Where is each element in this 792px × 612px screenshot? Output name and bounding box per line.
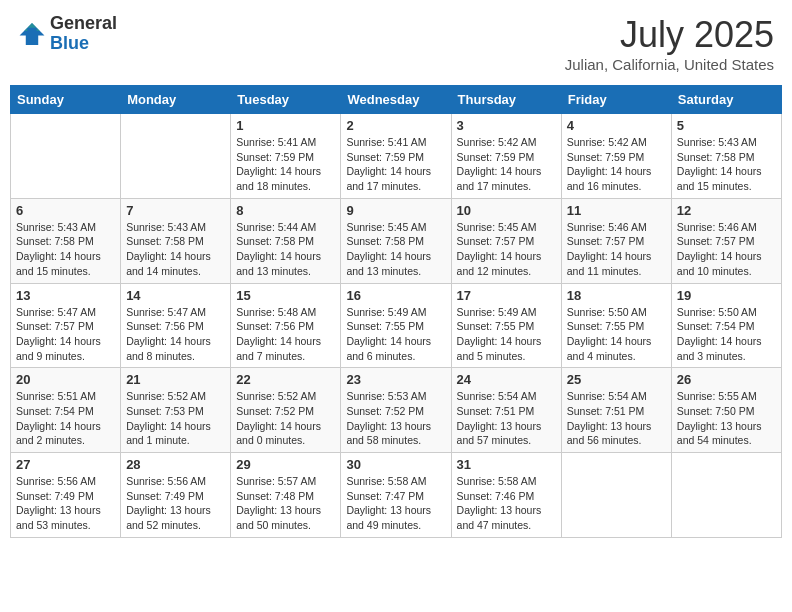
- day-number: 29: [236, 457, 335, 472]
- calendar-cell: 30Sunrise: 5:58 AM Sunset: 7:47 PM Dayli…: [341, 453, 451, 538]
- calendar-cell: [11, 114, 121, 199]
- day-info: Sunrise: 5:49 AM Sunset: 7:55 PM Dayligh…: [457, 305, 556, 364]
- day-info: Sunrise: 5:47 AM Sunset: 7:57 PM Dayligh…: [16, 305, 115, 364]
- day-number: 9: [346, 203, 445, 218]
- weekday-header-thursday: Thursday: [451, 86, 561, 114]
- day-info: Sunrise: 5:52 AM Sunset: 7:52 PM Dayligh…: [236, 389, 335, 448]
- calendar-cell: 6Sunrise: 5:43 AM Sunset: 7:58 PM Daylig…: [11, 198, 121, 283]
- day-info: Sunrise: 5:41 AM Sunset: 7:59 PM Dayligh…: [236, 135, 335, 194]
- day-number: 3: [457, 118, 556, 133]
- day-number: 22: [236, 372, 335, 387]
- calendar-cell: 10Sunrise: 5:45 AM Sunset: 7:57 PM Dayli…: [451, 198, 561, 283]
- page-header: General Blue July 2025 Julian, Californi…: [10, 10, 782, 77]
- calendar-header: SundayMondayTuesdayWednesdayThursdayFrid…: [11, 86, 782, 114]
- calendar-cell: [121, 114, 231, 199]
- day-number: 28: [126, 457, 225, 472]
- day-info: Sunrise: 5:46 AM Sunset: 7:57 PM Dayligh…: [567, 220, 666, 279]
- calendar-cell: 3Sunrise: 5:42 AM Sunset: 7:59 PM Daylig…: [451, 114, 561, 199]
- logo-text: General Blue: [50, 14, 117, 54]
- week-row-4: 20Sunrise: 5:51 AM Sunset: 7:54 PM Dayli…: [11, 368, 782, 453]
- day-number: 12: [677, 203, 776, 218]
- day-info: Sunrise: 5:51 AM Sunset: 7:54 PM Dayligh…: [16, 389, 115, 448]
- weekday-header-wednesday: Wednesday: [341, 86, 451, 114]
- calendar-cell: 15Sunrise: 5:48 AM Sunset: 7:56 PM Dayli…: [231, 283, 341, 368]
- calendar-cell: 27Sunrise: 5:56 AM Sunset: 7:49 PM Dayli…: [11, 453, 121, 538]
- subtitle: Julian, California, United States: [565, 56, 774, 73]
- day-number: 10: [457, 203, 556, 218]
- calendar-cell: 1Sunrise: 5:41 AM Sunset: 7:59 PM Daylig…: [231, 114, 341, 199]
- day-number: 20: [16, 372, 115, 387]
- calendar-table: SundayMondayTuesdayWednesdayThursdayFrid…: [10, 85, 782, 538]
- calendar-cell: 28Sunrise: 5:56 AM Sunset: 7:49 PM Dayli…: [121, 453, 231, 538]
- day-number: 6: [16, 203, 115, 218]
- day-info: Sunrise: 5:46 AM Sunset: 7:57 PM Dayligh…: [677, 220, 776, 279]
- day-number: 26: [677, 372, 776, 387]
- day-number: 5: [677, 118, 776, 133]
- calendar-cell: 9Sunrise: 5:45 AM Sunset: 7:58 PM Daylig…: [341, 198, 451, 283]
- weekday-header-saturday: Saturday: [671, 86, 781, 114]
- calendar-cell: [671, 453, 781, 538]
- calendar-cell: 25Sunrise: 5:54 AM Sunset: 7:51 PM Dayli…: [561, 368, 671, 453]
- day-info: Sunrise: 5:45 AM Sunset: 7:57 PM Dayligh…: [457, 220, 556, 279]
- day-info: Sunrise: 5:47 AM Sunset: 7:56 PM Dayligh…: [126, 305, 225, 364]
- calendar-cell: 4Sunrise: 5:42 AM Sunset: 7:59 PM Daylig…: [561, 114, 671, 199]
- calendar-cell: 8Sunrise: 5:44 AM Sunset: 7:58 PM Daylig…: [231, 198, 341, 283]
- day-info: Sunrise: 5:58 AM Sunset: 7:46 PM Dayligh…: [457, 474, 556, 533]
- day-info: Sunrise: 5:42 AM Sunset: 7:59 PM Dayligh…: [457, 135, 556, 194]
- calendar-cell: 18Sunrise: 5:50 AM Sunset: 7:55 PM Dayli…: [561, 283, 671, 368]
- day-number: 21: [126, 372, 225, 387]
- day-info: Sunrise: 5:45 AM Sunset: 7:58 PM Dayligh…: [346, 220, 445, 279]
- calendar-cell: 23Sunrise: 5:53 AM Sunset: 7:52 PM Dayli…: [341, 368, 451, 453]
- day-info: Sunrise: 5:48 AM Sunset: 7:56 PM Dayligh…: [236, 305, 335, 364]
- calendar-cell: 12Sunrise: 5:46 AM Sunset: 7:57 PM Dayli…: [671, 198, 781, 283]
- day-info: Sunrise: 5:43 AM Sunset: 7:58 PM Dayligh…: [677, 135, 776, 194]
- day-number: 19: [677, 288, 776, 303]
- week-row-3: 13Sunrise: 5:47 AM Sunset: 7:57 PM Dayli…: [11, 283, 782, 368]
- day-number: 4: [567, 118, 666, 133]
- calendar-cell: 13Sunrise: 5:47 AM Sunset: 7:57 PM Dayli…: [11, 283, 121, 368]
- calendar-cell: 22Sunrise: 5:52 AM Sunset: 7:52 PM Dayli…: [231, 368, 341, 453]
- calendar-cell: 26Sunrise: 5:55 AM Sunset: 7:50 PM Dayli…: [671, 368, 781, 453]
- calendar-body: 1Sunrise: 5:41 AM Sunset: 7:59 PM Daylig…: [11, 114, 782, 538]
- day-info: Sunrise: 5:50 AM Sunset: 7:54 PM Dayligh…: [677, 305, 776, 364]
- calendar-cell: 5Sunrise: 5:43 AM Sunset: 7:58 PM Daylig…: [671, 114, 781, 199]
- day-number: 17: [457, 288, 556, 303]
- calendar-cell: 7Sunrise: 5:43 AM Sunset: 7:58 PM Daylig…: [121, 198, 231, 283]
- day-info: Sunrise: 5:43 AM Sunset: 7:58 PM Dayligh…: [126, 220, 225, 279]
- week-row-5: 27Sunrise: 5:56 AM Sunset: 7:49 PM Dayli…: [11, 453, 782, 538]
- calendar-cell: 31Sunrise: 5:58 AM Sunset: 7:46 PM Dayli…: [451, 453, 561, 538]
- day-info: Sunrise: 5:53 AM Sunset: 7:52 PM Dayligh…: [346, 389, 445, 448]
- day-number: 2: [346, 118, 445, 133]
- day-number: 18: [567, 288, 666, 303]
- day-number: 31: [457, 457, 556, 472]
- calendar-cell: 21Sunrise: 5:52 AM Sunset: 7:53 PM Dayli…: [121, 368, 231, 453]
- day-info: Sunrise: 5:58 AM Sunset: 7:47 PM Dayligh…: [346, 474, 445, 533]
- calendar-cell: 16Sunrise: 5:49 AM Sunset: 7:55 PM Dayli…: [341, 283, 451, 368]
- logo-blue-text: Blue: [50, 34, 117, 54]
- day-info: Sunrise: 5:54 AM Sunset: 7:51 PM Dayligh…: [567, 389, 666, 448]
- main-title: July 2025: [565, 14, 774, 56]
- weekday-header-monday: Monday: [121, 86, 231, 114]
- day-number: 23: [346, 372, 445, 387]
- week-row-1: 1Sunrise: 5:41 AM Sunset: 7:59 PM Daylig…: [11, 114, 782, 199]
- day-number: 16: [346, 288, 445, 303]
- calendar-cell: [561, 453, 671, 538]
- day-info: Sunrise: 5:54 AM Sunset: 7:51 PM Dayligh…: [457, 389, 556, 448]
- calendar-cell: 17Sunrise: 5:49 AM Sunset: 7:55 PM Dayli…: [451, 283, 561, 368]
- day-number: 24: [457, 372, 556, 387]
- day-number: 8: [236, 203, 335, 218]
- day-number: 30: [346, 457, 445, 472]
- day-number: 13: [16, 288, 115, 303]
- calendar-cell: 24Sunrise: 5:54 AM Sunset: 7:51 PM Dayli…: [451, 368, 561, 453]
- day-info: Sunrise: 5:44 AM Sunset: 7:58 PM Dayligh…: [236, 220, 335, 279]
- day-info: Sunrise: 5:49 AM Sunset: 7:55 PM Dayligh…: [346, 305, 445, 364]
- day-number: 15: [236, 288, 335, 303]
- day-number: 27: [16, 457, 115, 472]
- calendar-cell: 11Sunrise: 5:46 AM Sunset: 7:57 PM Dayli…: [561, 198, 671, 283]
- calendar-cell: 29Sunrise: 5:57 AM Sunset: 7:48 PM Dayli…: [231, 453, 341, 538]
- logo: General Blue: [18, 14, 117, 54]
- day-info: Sunrise: 5:55 AM Sunset: 7:50 PM Dayligh…: [677, 389, 776, 448]
- logo-icon: [18, 20, 46, 48]
- day-info: Sunrise: 5:42 AM Sunset: 7:59 PM Dayligh…: [567, 135, 666, 194]
- day-info: Sunrise: 5:43 AM Sunset: 7:58 PM Dayligh…: [16, 220, 115, 279]
